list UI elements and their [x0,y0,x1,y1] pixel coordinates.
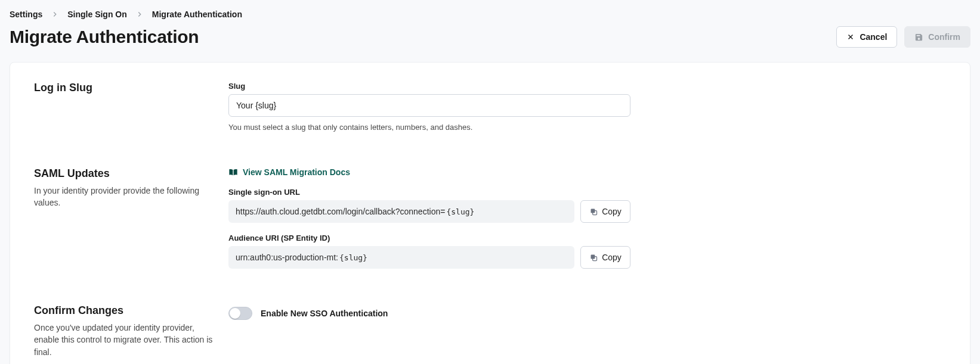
audience-value: urn:auth0:us-production-mt: {slug} [228,246,574,269]
sso-url-value: https://auth.cloud.getdbt.com/login/call… [228,200,574,223]
copy-audience-button[interactable]: Copy [580,246,630,269]
breadcrumb-item-sso[interactable]: Single Sign On [67,10,127,19]
sso-url-prefix: https://auth.cloud.getdbt.com/login/call… [236,207,445,216]
chevron-right-icon [135,10,144,18]
cancel-button[interactable]: Cancel [836,26,897,48]
copy-icon [589,253,598,262]
section-title: Confirm Changes [34,304,214,317]
section-confirm-changes: Confirm Changes Once you've updated your… [10,290,970,364]
svg-rect-5 [591,254,595,259]
enable-sso-toggle[interactable] [228,307,252,320]
slug-help-text: You must select a slug that only contain… [228,123,630,132]
toggle-knob [230,308,240,319]
header-actions: Cancel Confirm [836,26,970,48]
section-title: SAML Updates [34,167,214,180]
close-icon [846,33,855,41]
toggle-label: Enable New SSO Authentication [261,309,388,318]
section-title: Log in Slug [34,82,214,94]
sso-url-label: Single sign-on URL [228,188,630,197]
slug-field-label: Slug [228,82,630,91]
sso-url-slug: {slug} [446,207,474,216]
copy-label: Copy [602,207,622,216]
breadcrumb: Settings Single Sign On Migrate Authenti… [10,10,970,19]
section-login-slug: Log in Slug Slug You must select a slug … [10,79,970,153]
settings-card: Log in Slug Slug You must select a slug … [10,62,970,364]
page-title: Migrate Authentication [10,27,199,47]
section-saml-updates: SAML Updates In your identity provider p… [10,153,970,290]
audience-prefix: urn:auth0:us-production-mt: [236,253,338,262]
book-icon [228,168,238,176]
breadcrumb-item-settings[interactable]: Settings [10,10,42,19]
svg-rect-3 [591,209,595,213]
slug-input[interactable] [228,94,630,117]
section-desc: In your identity provider provide the fo… [34,185,214,209]
audience-label: Audience URI (SP Entity ID) [228,234,630,242]
confirm-button-label: Confirm [928,32,960,42]
chevron-right-icon [51,10,59,18]
view-docs-link[interactable]: View SAML Migration Docs [228,167,350,177]
copy-label: Copy [602,253,622,262]
docs-link-label: View SAML Migration Docs [243,167,350,177]
copy-sso-url-button[interactable]: Copy [580,200,630,223]
confirm-button[interactable]: Confirm [904,26,970,48]
save-icon [914,33,923,42]
breadcrumb-item-current: Migrate Authentication [152,10,242,19]
cancel-button-label: Cancel [860,32,887,42]
section-desc: Once you've updated your identity provid… [34,322,214,358]
audience-slug: {slug} [339,253,367,262]
copy-icon [589,207,598,216]
